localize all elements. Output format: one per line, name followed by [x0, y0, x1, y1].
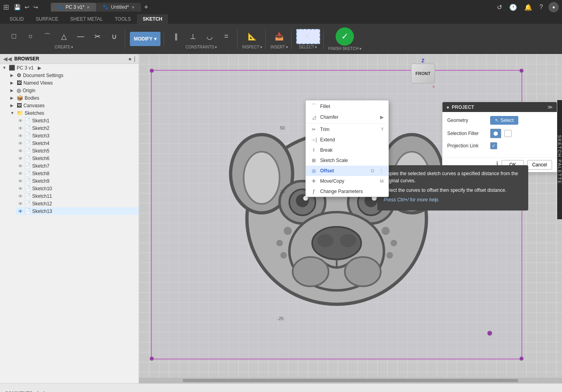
offset-more-icon[interactable]: ⋮ [379, 168, 384, 174]
tree-toggle-nv: ▶ [10, 81, 15, 85]
tree-item-sketch9[interactable]: 👁 📄 Sketch9 [16, 177, 139, 185]
tangent-button[interactable]: ◡ [202, 29, 217, 44]
canvas-area[interactable]: 50 25 -25 ⌒ Fillet ◿ Chamfer ▶ ✂ Trim T … [139, 54, 562, 383]
user-avatar[interactable]: ● [548, 2, 559, 12]
comments-add-button[interactable]: + [36, 389, 40, 392]
refresh-button[interactable]: ↺ [495, 3, 504, 12]
menu-label-change-params: Change Parameters [320, 189, 363, 194]
tab-close-icon2[interactable]: ✕ [131, 5, 135, 10]
tree-item-canvases[interactable]: ▶ 🖼 Canvases [8, 102, 139, 109]
finish-sketch-dropdown-icon: ▾ [359, 46, 361, 51]
tree-item-sketches[interactable]: ▼ 📁 Sketches [8, 109, 139, 117]
project-expand-button[interactable]: ≫ [547, 104, 553, 110]
filter-btn-1[interactable]: ⬢ [490, 129, 501, 138]
tab-sheet-metal[interactable]: SHEET METAL [65, 14, 108, 24]
menu-item-fillet[interactable]: ⌒ Fillet [306, 100, 388, 112]
spline-button[interactable]: ∪ [106, 29, 122, 44]
tree-item-named-views[interactable]: ▶ 🖼 Named Views [8, 79, 139, 87]
tab-untitled[interactable]: 🐾 Untitled* ✕ [96, 3, 141, 12]
perpendicular-button[interactable]: ⊥ [185, 29, 201, 44]
tree-item-sketch13[interactable]: 👁 📄 Sketch13 [16, 207, 139, 215]
tab-pc3v1[interactable]: 🐾 PC 3 v1* ✕ [51, 3, 96, 12]
browser-back-button[interactable]: ◀◀ [3, 56, 12, 62]
sketch-palette-panel[interactable]: SKETCH PALETTE [557, 100, 562, 219]
help-button[interactable]: ? [538, 3, 545, 12]
insert-button[interactable]: 📥 [272, 29, 287, 44]
menu-item-move-copy[interactable]: ✛ Move/Copy M [306, 176, 388, 186]
tree-item-doc-settings[interactable]: ▶ ⚙ Document Settings [8, 71, 139, 79]
menu-item-chamfer[interactable]: ◿ Chamfer ▶ [306, 112, 388, 122]
tab-tools[interactable]: TOOLS [109, 14, 136, 24]
tree-item-sketch12[interactable]: 👁 📄 Sketch12 [16, 200, 139, 207]
tree-item-sketch11[interactable]: 👁 📄 Sketch11 [16, 192, 139, 200]
cancel-button[interactable]: Cancel [527, 160, 552, 170]
menu-item-trim[interactable]: ✂ Trim T [306, 124, 388, 135]
finish-sketch-button[interactable]: ✓ [336, 27, 354, 46]
rect-button[interactable]: □ [6, 29, 21, 44]
tab-sketch[interactable]: SKETCH [137, 14, 168, 24]
new-tab-button[interactable]: + [141, 3, 152, 12]
modify-label: MODIFY [134, 36, 153, 42]
tree-label-sketch3: Sketch3 [32, 133, 49, 139]
tree-label-sketch7: Sketch7 [32, 163, 49, 169]
insert-items: 📥 [272, 29, 287, 44]
notification-button[interactable]: 🔔 [523, 3, 534, 12]
tab-close-icon[interactable]: ✕ [87, 5, 90, 10]
create-items: □ ○ ⌒ △ — ✂ ∪ [6, 29, 122, 44]
menu-item-sketch-scale[interactable]: ⊞ Sketch Scale [306, 155, 388, 166]
tree-item-bodies[interactable]: ▶ 📦 Bodies [8, 94, 139, 102]
h-scroll-bar[interactable] [139, 378, 562, 383]
line-button[interactable]: — [73, 29, 88, 44]
filter-checkbox-2[interactable] [504, 130, 512, 137]
comments-expand-button[interactable]: | [43, 390, 45, 392]
modify-button[interactable]: MODIFY ▾ [130, 32, 160, 46]
equal-button[interactable]: = [219, 29, 234, 44]
menu-item-extend[interactable]: →| Extend [306, 135, 388, 145]
undo-button[interactable]: ↩ [23, 3, 31, 11]
menu-item-break[interactable]: ⌇ Break [306, 145, 388, 155]
tree-item-sketch1[interactable]: 👁 📄 Sketch1 [16, 117, 139, 124]
nav-cube-area[interactable]: Z FRONT × [411, 58, 435, 89]
tree-item-sketch7[interactable]: 👁 📄 Sketch7 [16, 162, 139, 170]
tree-item-sketch2[interactable]: 👁 📄 Sketch2 [16, 124, 139, 132]
tree-item-sketch4[interactable]: 👁 📄 Sketch4 [16, 139, 139, 147]
polygon-button[interactable]: △ [56, 29, 71, 44]
menu-item-change-params[interactable]: ƒ Change Parameters [306, 186, 388, 197]
browser-close-button[interactable]: ● [128, 56, 131, 62]
tab-surface[interactable]: SURFACE [30, 14, 64, 24]
circle-button[interactable]: ○ [23, 29, 38, 44]
projection-link-checkbox[interactable]: ✓ [490, 142, 497, 149]
tree-icon-origin: ◎ [17, 87, 21, 93]
scroll-thumb[interactable] [183, 379, 519, 382]
tab-title2: Untitled* [111, 4, 129, 10]
tree-item-sketch10[interactable]: 👁 📄 Sketch10 [16, 185, 139, 192]
tree-toggle-doc: ▶ [10, 73, 15, 77]
z-axis-label: Z [411, 58, 435, 64]
inspect-button[interactable]: 📐 [245, 29, 260, 44]
clock-button[interactable]: 🕐 [508, 3, 519, 12]
grid-icon: ⊞ [3, 3, 9, 12]
select-button[interactable]: ↖ [296, 29, 320, 44]
tree-item-sketch8[interactable]: 👁 📄 Sketch8 [16, 170, 139, 177]
sketch-scale-icon: ⊞ [311, 158, 317, 163]
project-icon: ● [446, 104, 449, 110]
menu-item-offset[interactable]: ◎ Offset O ⋮ [306, 166, 388, 176]
browser-pin-button[interactable]: | [134, 56, 135, 62]
sketch-icon12: 📄 [24, 201, 31, 207]
tree-item-sketch6[interactable]: 👁 📄 Sketch6 [16, 154, 139, 162]
tree-item-sketch3[interactable]: 👁 📄 Sketch3 [16, 132, 139, 139]
arc-button[interactable]: ⌒ [40, 29, 55, 44]
tree-item-origin[interactable]: ▶ ◎ Origin [8, 87, 139, 94]
tree-icon-nv: 🖼 [17, 80, 22, 86]
corner-dot-tl [150, 69, 154, 73]
tree-item-pc3v1[interactable]: ▼ ⬛ PC 3 v1 ▶ [0, 64, 139, 71]
top-bar: ⊞ 💾 ↩ ↪ 🐾 PC 3 v1* ✕ 🐾 Untitled* ✕ + ↺ 🕐… [0, 0, 562, 14]
redo-button[interactable]: ↪ [32, 3, 40, 11]
tab-solid[interactable]: SOLID [4, 14, 29, 24]
geometry-select-button[interactable]: ↖ Select [490, 116, 518, 125]
parallel-button[interactable]: ∥ [169, 29, 184, 44]
tree-item-sketch5[interactable]: 👁 📄 Sketch5 [16, 147, 139, 154]
save-button[interactable]: 💾 [12, 3, 22, 11]
scissors-button[interactable]: ✂ [90, 29, 105, 44]
nav-cube-box[interactable]: FRONT [411, 64, 435, 83]
